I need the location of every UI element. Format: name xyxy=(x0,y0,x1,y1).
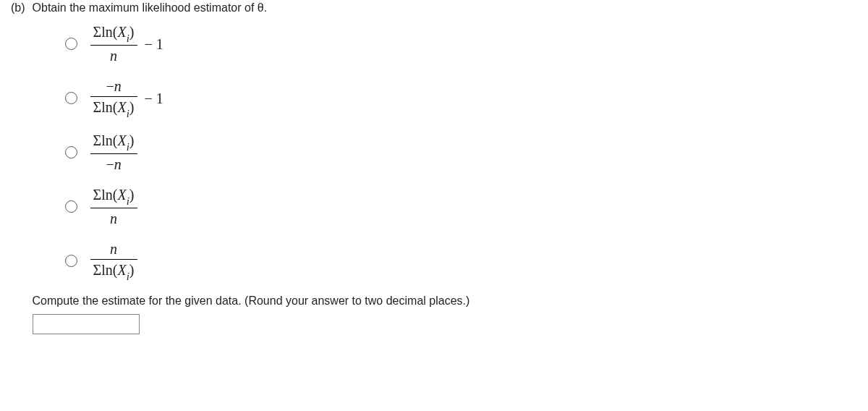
option-5-math: n Σln(Xi) xyxy=(90,239,142,283)
question-text: Obtain the maximum likelihood estimator … xyxy=(33,1,268,14)
option-4[interactable]: Σln(Xi) n xyxy=(65,185,857,229)
option-2[interactable]: −n Σln(Xi) − 1 xyxy=(65,76,857,120)
answer-input[interactable] xyxy=(33,314,140,334)
option-4-math: Σln(Xi) n xyxy=(90,185,142,229)
option-1-math: Σln(Xi) n − 1 xyxy=(90,22,163,66)
option-5[interactable]: n Σln(Xi) xyxy=(65,239,857,283)
option-2-math: −n Σln(Xi) − 1 xyxy=(90,76,163,120)
radio-icon[interactable] xyxy=(65,200,77,213)
option-3-math: Σln(Xi) −n xyxy=(90,130,142,174)
compute-instruction: Compute the estimate for the given data.… xyxy=(33,293,857,309)
option-1[interactable]: Σln(Xi) n − 1 xyxy=(65,22,857,66)
options-group: Σln(Xi) n − 1 −n Σln(Xi) − 1 xyxy=(65,22,857,283)
radio-icon[interactable] xyxy=(65,255,77,267)
radio-icon[interactable] xyxy=(65,92,77,104)
radio-icon[interactable] xyxy=(65,146,77,158)
part-label: (b) xyxy=(11,0,25,16)
radio-icon[interactable] xyxy=(65,38,77,50)
option-3[interactable]: Σln(Xi) −n xyxy=(65,130,857,174)
